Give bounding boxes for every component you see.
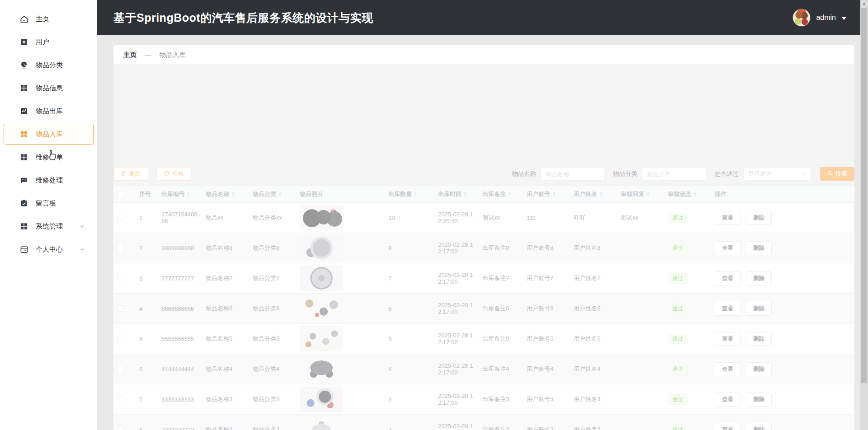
chevron-down-icon <box>80 224 85 229</box>
sidebar-item-home[interactable]: 主页 <box>4 9 94 29</box>
main-area: 基于SpringBoot的汽车售后服务系统的设计与实现 admin 主页 — 物… <box>97 0 868 430</box>
sidebar: 主页 用户 物品分类 物品信息 物品出库 物品入库 维修订单 <box>0 0 97 430</box>
sidebar-item-label: 物品分类 <box>36 61 63 70</box>
breadcrumb-home[interactable]: 主页 <box>123 51 137 59</box>
sidebar-item-users[interactable]: 用户 <box>4 32 94 52</box>
scroll-up-icon[interactable]: ▲ <box>862 0 866 7</box>
sidebar-item-label: 物品信息 <box>36 84 63 93</box>
clipboard-check-icon <box>19 199 28 208</box>
user-dropdown-caret-icon[interactable] <box>841 17 847 20</box>
username: admin <box>816 14 836 22</box>
scrollbar-thumb[interactable] <box>861 8 867 383</box>
chevron-down-icon <box>80 247 85 252</box>
sidebar-item-label: 维修订单 <box>36 153 63 162</box>
sidebar-item-label: 物品出库 <box>36 107 63 116</box>
grid-icon <box>19 153 28 162</box>
sidebar-item-message-board[interactable]: 留言板 <box>4 193 94 214</box>
content: 主页 — 物品入库 删除 审核 <box>97 35 868 430</box>
sidebar-item-label: 系统管理 <box>36 222 63 231</box>
breadcrumb-current: 物品入库 <box>160 51 186 59</box>
sidebar-item-item-outbound[interactable]: 物品出库 <box>4 101 94 122</box>
sidebar-item-label: 主页 <box>36 15 49 23</box>
clipboard-x-icon <box>19 37 28 47</box>
user-menu[interactable]: admin <box>793 9 847 27</box>
breadcrumb: 主页 — 物品入库 <box>113 45 854 64</box>
sidebar-item-label: 维修处理 <box>36 176 63 185</box>
sidebar-item-repair-orders[interactable]: 维修订单 <box>4 147 94 168</box>
sidebar-item-system-management[interactable]: 系统管理 <box>4 216 94 237</box>
sidebar-item-repair-handling[interactable]: 维修处理 <box>4 170 94 191</box>
page-title: 基于SpringBoot的汽车售后服务系统的设计与实现 <box>113 10 793 25</box>
breadcrumb-separator: — <box>145 51 151 58</box>
chart-icon <box>19 107 28 116</box>
avatar[interactable] <box>793 9 811 27</box>
grid-icon <box>19 130 28 139</box>
card-icon <box>19 245 28 254</box>
grid-icon <box>19 84 28 93</box>
sidebar-item-item-inbound[interactable]: 物品入库 <box>4 124 94 145</box>
sidebar-item-item-category[interactable]: 物品分类 <box>4 55 94 75</box>
sidebar-item-label: 个人中心 <box>36 245 63 254</box>
sidebar-item-label: 留言板 <box>36 199 56 208</box>
lightbulb-icon <box>19 61 28 70</box>
sidebar-item-label: 用户 <box>36 38 49 47</box>
page-scrollbar[interactable]: ▲ <box>860 0 868 430</box>
chat-icon <box>19 176 28 185</box>
sidebar-item-personal-center[interactable]: 个人中心 <box>4 239 94 260</box>
sidebar-item-label: 物品入库 <box>36 130 63 139</box>
home-icon <box>19 14 28 23</box>
grid-icon <box>19 222 28 231</box>
sidebar-item-item-info[interactable]: 物品信息 <box>4 78 94 98</box>
loading-mask <box>113 64 854 430</box>
topbar: 基于SpringBoot的汽车售后服务系统的设计与实现 admin <box>97 0 868 35</box>
workspace: 删除 审核 物品名称 物品分类 是否通过 <box>113 64 854 430</box>
